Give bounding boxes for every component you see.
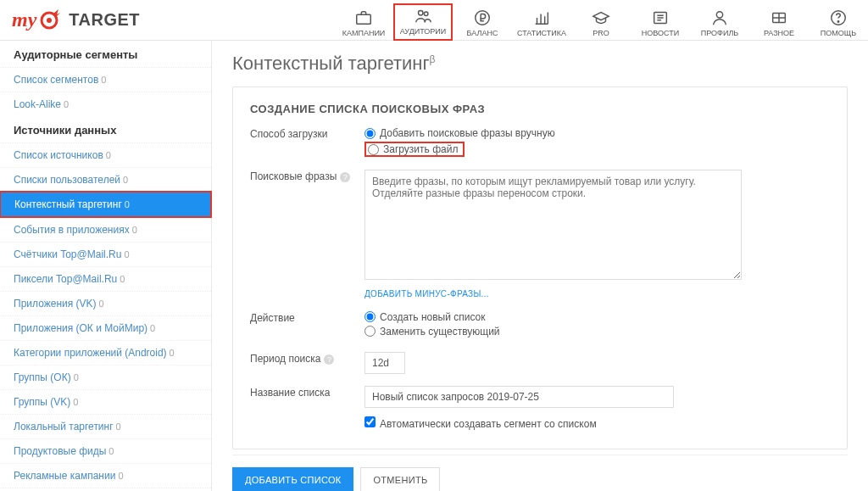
nav-misc[interactable]: РАЗНОЕ bbox=[749, 3, 809, 41]
sidebar-item-top-pixels[interactable]: Пиксели Top@Mail.Ru0 bbox=[0, 266, 211, 291]
help-icon[interactable]: ? bbox=[324, 354, 334, 365]
svg-point-4 bbox=[424, 12, 428, 16]
profile-icon bbox=[710, 8, 729, 27]
sidebar-section-datasources: Источники данных bbox=[0, 116, 211, 142]
phrases-label: Поисковые фразы? bbox=[250, 170, 364, 299]
briefcase-icon bbox=[354, 8, 373, 27]
sidebar-item-ad-campaigns[interactable]: Рекламные кампании0 bbox=[0, 463, 211, 488]
sidebar-item-segment-list[interactable]: Список сегментов0 bbox=[0, 67, 211, 92]
sidebar-section-segments: Аудиторные сегменты bbox=[0, 41, 211, 67]
period-label: Период поиска? bbox=[250, 352, 364, 374]
radio-file-input[interactable] bbox=[368, 144, 379, 155]
svg-point-7 bbox=[716, 12, 722, 18]
sidebar-item-source-list[interactable]: Список источников0 bbox=[0, 142, 211, 167]
nav-news[interactable]: НОВОСТИ bbox=[631, 3, 690, 41]
radio-replace-input[interactable] bbox=[364, 326, 376, 337]
sidebar-item-apps-ok[interactable]: Приложения (ОК и МойМир)0 bbox=[0, 315, 211, 340]
sidebar-item-apps-vk[interactable]: Приложения (VK)0 bbox=[0, 291, 211, 315]
cancel-button[interactable]: ОТМЕНИТЬ bbox=[360, 467, 440, 492]
svg-point-3 bbox=[419, 11, 424, 15]
add-list-button[interactable]: ДОБАВИТЬ СПИСОК bbox=[232, 467, 353, 492]
nav-stats[interactable]: СТАТИСТИКА bbox=[512, 3, 571, 41]
radio-replace-list[interactable]: Заменить существующий bbox=[364, 326, 830, 338]
sidebar-item-georegions[interactable]: Список георегионов0 bbox=[0, 488, 211, 491]
auto-segment-input[interactable] bbox=[364, 416, 376, 427]
nav-balance[interactable]: БАЛАНС bbox=[453, 3, 512, 41]
svg-rect-2 bbox=[357, 14, 371, 24]
action-label: Действие bbox=[250, 311, 364, 340]
search-phrases-input[interactable] bbox=[364, 170, 742, 280]
nav-audiences[interactable]: АУДИТОРИИ bbox=[393, 3, 453, 41]
panel-title: СОЗДАНИЕ СПИСКА ПОИСКОВЫХ ФРАЗ bbox=[250, 103, 830, 115]
create-list-panel: СОЗДАНИЕ СПИСКА ПОИСКОВЫХ ФРАЗ Способ за… bbox=[232, 86, 848, 449]
sidebar-item-local-targeting[interactable]: Локальный таргетинг0 bbox=[0, 414, 211, 438]
sidebar-item-context-targeting[interactable]: Контекстный таргетинг0 bbox=[0, 191, 212, 218]
main-content: Контекстный таргетингβ СОЗДАНИЕ СПИСКА П… bbox=[212, 41, 868, 491]
search-period-input[interactable] bbox=[364, 352, 405, 374]
target-icon bbox=[38, 9, 60, 31]
logo-my: my bbox=[12, 8, 36, 31]
sidebar-item-lookalike[interactable]: Look-Alike0 bbox=[0, 92, 211, 116]
misc-icon bbox=[770, 8, 788, 27]
help-icon bbox=[829, 8, 848, 27]
auto-segment-checkbox[interactable]: Автоматически создавать сегмент со списк… bbox=[364, 418, 597, 430]
people-icon bbox=[414, 7, 432, 25]
footer-buttons: ДОБАВИТЬ СПИСОК ОТМЕНИТЬ bbox=[232, 455, 848, 492]
logo[interactable]: my TARGET bbox=[12, 8, 140, 31]
news-icon bbox=[651, 8, 670, 27]
logo-target: TARGET bbox=[69, 10, 140, 30]
radio-file[interactable]: Загрузить файл bbox=[368, 143, 458, 155]
sidebar-item-top-counters[interactable]: Счётчики Top@Mail.Ru0 bbox=[0, 242, 211, 266]
radio-create-input[interactable] bbox=[364, 311, 376, 322]
help-icon[interactable]: ? bbox=[340, 172, 350, 182]
nav-profile[interactable]: ПРОФИЛЬ bbox=[690, 3, 749, 41]
sidebar-item-groups-vk[interactable]: Группы (VK)0 bbox=[0, 389, 211, 414]
radio-create-list[interactable]: Создать новый список bbox=[364, 311, 830, 323]
load-method-label: Способ загрузки bbox=[250, 127, 364, 158]
sidebar-item-app-events[interactable]: События в приложениях0 bbox=[0, 217, 211, 242]
svg-point-1 bbox=[47, 18, 52, 23]
radio-manual[interactable]: Добавить поисковые фразы вручную bbox=[364, 127, 830, 139]
nav-campaigns[interactable]: КАМПАНИИ bbox=[334, 3, 393, 41]
top-header: my TARGET КАМПАНИИ АУДИТОРИИ БАЛАНС СТАТ… bbox=[0, 0, 868, 41]
sidebar-item-user-lists[interactable]: Списки пользователей0 bbox=[0, 167, 211, 192]
sidebar-item-product-feeds[interactable]: Продуктовые фиды0 bbox=[0, 438, 211, 463]
sidebar-item-groups-ok[interactable]: Группы (ОК)0 bbox=[0, 365, 211, 389]
ruble-icon bbox=[473, 8, 492, 27]
sidebar: Аудиторные сегменты Список сегментов0 Lo… bbox=[0, 41, 212, 491]
chart-icon bbox=[532, 8, 551, 27]
cap-icon bbox=[592, 8, 610, 27]
list-name-input[interactable] bbox=[364, 386, 674, 408]
nav-pro[interactable]: PRO bbox=[571, 3, 631, 41]
radio-manual-input[interactable] bbox=[364, 128, 376, 139]
svg-point-10 bbox=[837, 21, 838, 22]
nav-help[interactable]: ПОМОЩЬ bbox=[809, 3, 868, 41]
sidebar-item-android-categories[interactable]: Категории приложений (Android)0 bbox=[0, 340, 211, 365]
page-title: Контекстный таргетингβ bbox=[232, 53, 848, 75]
add-minus-phrases-link[interactable]: ДОБАВИТЬ МИНУС-ФРАЗЫ... bbox=[364, 289, 489, 299]
svg-point-5 bbox=[476, 11, 490, 25]
top-nav: КАМПАНИИ АУДИТОРИИ БАЛАНС СТАТИСТИКА PRO… bbox=[334, 3, 868, 41]
listname-label: Название списка bbox=[250, 386, 364, 430]
